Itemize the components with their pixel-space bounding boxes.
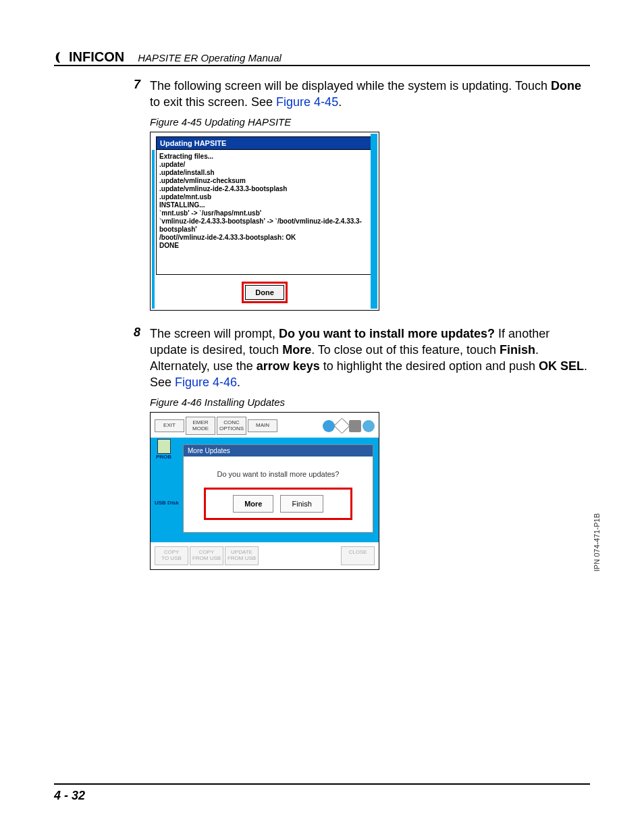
emer-mode-button[interactable]: EMER MODE xyxy=(186,417,215,436)
done-button[interactable]: Done xyxy=(245,285,284,300)
main-panel: PROB USB Disk More Updates Do you want t… xyxy=(151,438,379,542)
top-toolbar: EXIT EMER MODE CONC OPTIONS MAIN xyxy=(151,413,379,438)
figure-4-46: EXIT EMER MODE CONC OPTIONS MAIN PROB US… xyxy=(150,412,379,570)
dialog-title: Updating HAPSITE xyxy=(156,136,373,150)
main-button[interactable]: MAIN xyxy=(248,419,277,432)
page-header: INFICON HAPSITE ER Operating Manual xyxy=(54,38,590,66)
exit-button[interactable]: EXIT xyxy=(155,419,184,432)
conc-options-button[interactable]: CONC OPTIONS xyxy=(217,417,246,436)
step-number: 8 xyxy=(128,325,140,340)
brand-text: INFICON xyxy=(69,49,124,65)
highlight-frame: Done xyxy=(242,282,288,303)
prob-label: PROB xyxy=(156,454,171,460)
update-log: Extracting files... .update/ .update/ins… xyxy=(156,150,373,275)
update-from-usb-button[interactable]: UPDATE FROM USB xyxy=(225,546,259,565)
inficon-icon xyxy=(54,51,66,63)
figure-link-4-46[interactable]: Figure 4-46 xyxy=(175,375,237,389)
figure-caption-4-46: Figure 4-46 Installing Updates xyxy=(150,396,590,408)
status-icon xyxy=(363,420,375,432)
more-updates-dialog: More Updates Do you want to install more… xyxy=(183,444,373,533)
close-button[interactable]: CLOSE xyxy=(341,546,375,565)
step-text: The following screen will be displayed w… xyxy=(150,78,590,111)
figure-caption-4-45: Figure 4-45 Updating HAPSITE xyxy=(150,116,590,128)
page-number: 4 - 32 xyxy=(54,789,85,802)
dialog-title: More Updates xyxy=(184,445,373,457)
step-number: 7 xyxy=(128,78,140,92)
step-8: 8 The screen will prompt, Do you want to… xyxy=(128,325,590,391)
battery-icon xyxy=(349,420,361,432)
usb-disk-label: USB Disk xyxy=(155,500,179,506)
step-7: 7 The following screen will be displayed… xyxy=(128,78,590,111)
page-footer: 4 - 32 xyxy=(54,783,590,803)
figure-link-4-45[interactable]: Figure 4-45 xyxy=(276,95,338,109)
manual-title: HAPSITE ER Operating Manual xyxy=(138,52,281,65)
help-icon[interactable] xyxy=(323,420,335,432)
probe-icon xyxy=(157,439,171,454)
status-icons xyxy=(323,420,375,432)
info-icon[interactable] xyxy=(333,418,350,434)
step-text: The screen will prompt, Do you want to i… xyxy=(150,325,590,391)
figure-4-45: Updating HAPSITE Extracting files... .up… xyxy=(150,132,379,311)
more-button[interactable]: More xyxy=(233,495,273,513)
bottom-toolbar: COPY TO USB COPY FROM USB UPDATE FROM US… xyxy=(151,542,379,569)
highlight-frame: More Finish xyxy=(204,488,352,520)
copy-from-usb-button[interactable]: COPY FROM USB xyxy=(190,546,223,565)
finish-button[interactable]: Finish xyxy=(280,495,323,513)
dialog-question: Do you want to install more updates? xyxy=(184,457,373,488)
ipn-label: IPN 074-471-P1B xyxy=(593,513,601,571)
copy-to-usb-button[interactable]: COPY TO USB xyxy=(155,546,188,565)
brand-logo: INFICON xyxy=(54,49,124,65)
